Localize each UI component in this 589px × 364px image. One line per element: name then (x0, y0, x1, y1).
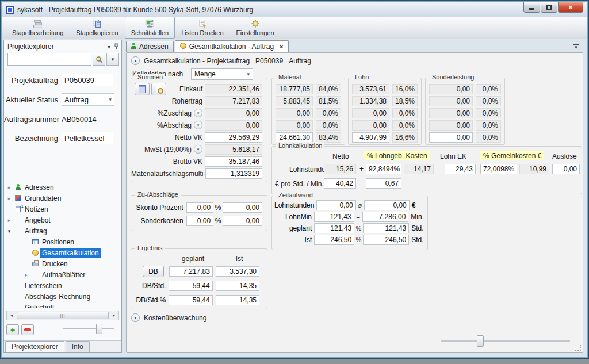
search-input[interactable] (7, 53, 91, 66)
lohnstunden-field[interactable]: 0,00 (316, 200, 355, 210)
material-pct: 0,0% (316, 120, 341, 131)
db-ist-field[interactable]: 3.537,30 (216, 266, 259, 277)
skonto-value-field[interactable]: 0,00 (223, 202, 262, 213)
db-geplant-field[interactable]: 7.217,83 (169, 266, 213, 277)
close-button[interactable]: × (558, 2, 583, 13)
geplant-pct-field[interactable]: 121,43 (314, 223, 354, 233)
db-std-ist-field[interactable]: 14,35 (216, 281, 259, 291)
zuschlag-dropdown-icon[interactable]: ▾ (194, 109, 202, 117)
remove-button[interactable] (21, 324, 34, 335)
expander-collapsed-icon[interactable]: ▸ (22, 272, 30, 278)
skonto-pct-field[interactable]: 0,00 (186, 202, 213, 213)
add-button[interactable]: + (6, 324, 19, 335)
tab-list-icon[interactable]: ▾ (573, 44, 579, 48)
bezeichnung-field[interactable] (62, 132, 113, 144)
eur-pro-min-field[interactable]: 0,67 (366, 178, 401, 189)
material-value: 5.883,45 (276, 96, 313, 106)
sonderkosten-value-field[interactable]: 0,00 (223, 216, 262, 226)
expand-section-icon[interactable]: ▾ (131, 313, 140, 322)
lohnmin-total-field[interactable]: 7.286,00 (362, 212, 408, 222)
scroll-left-icon[interactable]: ◂ (7, 313, 16, 318)
scrollbar-thumb[interactable]: ||| (17, 312, 109, 319)
tree-item-positionen[interactable]: Positionen (5, 236, 120, 247)
lohngeb-pct-field[interactable]: 92,8494% (366, 164, 401, 174)
print-lists-icon (196, 18, 209, 29)
geplant-std-field[interactable]: 121,43 (363, 223, 410, 233)
panel-menu-icon[interactable]: ▾ (108, 44, 110, 50)
netto-vk-field[interactable]: 29.569,29 (205, 132, 262, 143)
stapelkopieren-button[interactable]: Stapelkopieren (70, 17, 124, 39)
einstellungen-button[interactable]: Einstellungen (230, 17, 281, 39)
expander-expanded-icon[interactable]: ▾ (5, 228, 13, 234)
sonder-value: 0,00 (429, 108, 473, 118)
eur-pro-std-field[interactable]: 40,42 (324, 178, 356, 189)
db-std-geplant-field[interactable]: 59,44 (169, 281, 212, 291)
geplant-column-header: geplant (169, 255, 217, 263)
schnittstellen-button[interactable]: Schnittstellen (125, 17, 175, 39)
db-std-pct-geplant-field[interactable]: 59,44 (169, 295, 212, 305)
status-select[interactable]: Auftrag ▾ (62, 93, 114, 106)
lohnmin-field[interactable]: 121,43 (314, 212, 354, 222)
expander-collapsed-icon[interactable]: ▸ (5, 196, 13, 201)
expander-collapsed-icon[interactable]: ▸ (5, 185, 13, 190)
tab-gesamtkalkulation-auftrag[interactable]: Gesamtkalkulation - Auftrag × (175, 40, 289, 52)
materialaufschlagsmulti-field[interactable]: 1,313319 (205, 168, 262, 179)
tab-close-icon[interactable]: × (280, 43, 283, 50)
resize-grip[interactable] (575, 344, 582, 351)
maximize-button[interactable] (541, 2, 557, 13)
tree-item-auftrag[interactable]: ▾Auftrag (5, 225, 120, 236)
db-button[interactable]: DB (143, 266, 164, 277)
search-button[interactable] (93, 53, 105, 66)
titlebar[interactable]: sykasoft - Projektauftrag P050039 für Ku… (2, 2, 587, 17)
zu-abschlaege-title: Zu-/Abschläge (135, 191, 181, 198)
lohn-ek-field[interactable]: 29,43 (445, 164, 476, 174)
tree-item-grunddaten[interactable]: ▸Grunddaten (5, 193, 120, 204)
tree-item-angebot[interactable]: ▸Angebot (5, 214, 120, 225)
tab-adressen[interactable]: Adressen (126, 41, 174, 52)
slider-thumb[interactable] (477, 335, 484, 347)
tree-item-adressen[interactable]: ▸Adressen (5, 182, 120, 193)
brutto-vk-field[interactable]: 35.187,46 (205, 156, 262, 167)
sonderkosten-pct-field[interactable]: 0,00 (186, 216, 213, 226)
mwst-dropdown-icon[interactable]: ▾ (194, 145, 202, 154)
lohn-pct: 16,0% (392, 84, 418, 94)
batch-edit-icon (32, 18, 44, 29)
gemeinkosten-pct-field[interactable]: 72,0098% (480, 164, 517, 174)
lohnstunden-eur-field[interactable]: 0,00 (364, 200, 410, 210)
abschlag-dropdown-icon[interactable]: ▾ (194, 121, 202, 129)
explorer-zoom-slider[interactable] (63, 325, 114, 333)
tree-item-aufmassblaetter[interactable]: ▸Aufmaßblätter (5, 269, 120, 280)
materialaufschlagsmulti-label: Materialaufschlagsmulti (131, 170, 203, 178)
form-zoom-slider[interactable] (441, 336, 570, 346)
listen-drucken-button[interactable]: Listen Drucken (175, 17, 230, 39)
mwst-label: MwSt (19,00%) (144, 145, 192, 154)
tree-item-gutschrift[interactable]: Gutschrift (5, 302, 120, 308)
search-options-button[interactable]: ▾ (106, 53, 119, 66)
db-std-pct-ist-field[interactable]: 14,35 (216, 295, 259, 305)
tree-item-gesamtkalkulation[interactable]: Gesamtkalkulation (5, 247, 120, 258)
pin-icon[interactable] (114, 43, 119, 51)
ist-std-field[interactable]: 246,50 (363, 235, 410, 245)
sonder-netto-field[interactable]: 0,00 (429, 132, 473, 143)
netto-header: Netto (332, 152, 349, 160)
tab-info[interactable]: Info (66, 341, 90, 352)
slider-thumb[interactable] (96, 324, 102, 334)
collapse-section-icon[interactable]: ▴ (131, 56, 140, 65)
tree-item-lieferschein[interactable]: Lieferschein (5, 280, 120, 291)
stapelbearbeitung-button[interactable]: Stapelbearbeitung (6, 17, 70, 39)
tab-projektexplorer[interactable]: Projektexplorer (5, 341, 64, 352)
lohn-netto-field[interactable]: 4.907,99 (352, 132, 389, 143)
scroll-right-icon[interactable]: ▸ (109, 313, 118, 318)
ist-pct-field[interactable]: 246,50 (314, 235, 354, 245)
projektauftrag-field[interactable] (62, 74, 113, 86)
tree-item-abschlags-rechnung[interactable]: Abschlags-Rechnung (5, 291, 120, 302)
sonderleistung-group: Sonderleistung 0,000,0% 0,000,0% 0,000,0… (425, 78, 505, 145)
ausloese-field[interactable]: 0,00 (552, 164, 580, 174)
material-netto-field[interactable]: 24.661,30 (276, 132, 313, 143)
sonder-pct: 0,0% (476, 108, 501, 118)
expander-collapsed-icon[interactable]: ▸ (5, 217, 13, 223)
tree-horizontal-scrollbar[interactable]: ◂ ||| ▸ (6, 311, 119, 320)
tree-item-drucken[interactable]: Drucken (5, 258, 120, 269)
minimize-button[interactable] (523, 2, 540, 13)
tree-item-notizen[interactable]: 1Notizen (5, 204, 120, 214)
